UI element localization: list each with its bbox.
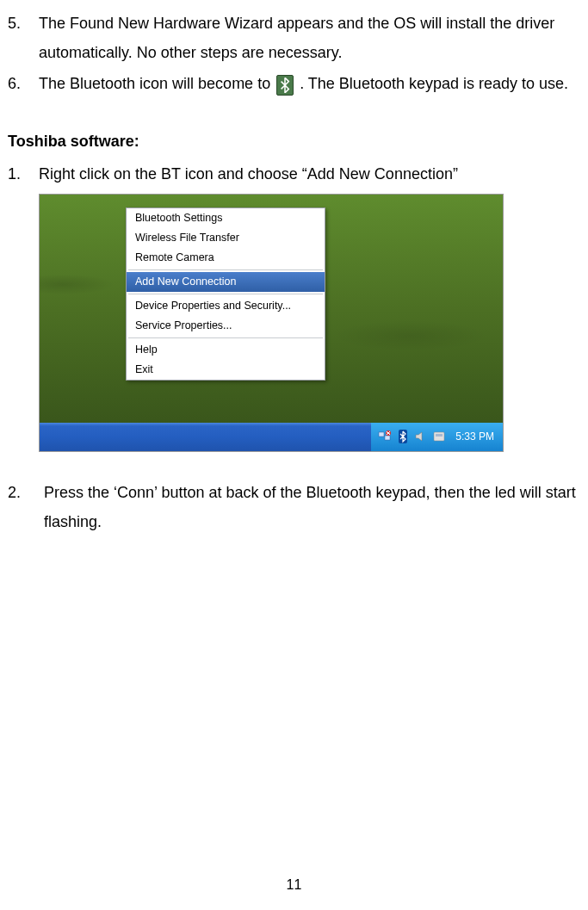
spacer [4, 457, 578, 478]
menu-help[interactable]: Help [127, 340, 325, 360]
menu-service-properties[interactable]: Service Properties... [127, 316, 325, 336]
toshiba-step-1-num: 1. [4, 159, 28, 189]
step-6-text: The Bluetooth icon will become to . The … [28, 69, 578, 98]
menu-bluetooth-settings[interactable]: Bluetooth Settings [127, 208, 325, 228]
toshiba-step-1-text: Right click on the BT icon and choose “A… [28, 159, 578, 189]
volume-icon[interactable] [414, 430, 428, 443]
toshiba-step-2: 2. Press the ‘Conn’ button at back of th… [4, 478, 578, 536]
bluetooth-tray-icon[interactable] [396, 430, 410, 443]
toshiba-step-1: 1. Right click on the BT icon and choose… [4, 159, 578, 189]
step-5-text: The Found New Hardware Wizard appears an… [28, 9, 578, 67]
menu-separator [128, 337, 323, 338]
system-tray: 5:33 PM [371, 423, 503, 451]
step-5-num: 5. [4, 9, 28, 67]
context-menu-screenshot: Bluetooth Settings Wireless File Transfe… [39, 194, 504, 452]
menu-remote-camera[interactable]: Remote Camera [127, 248, 325, 268]
step-6-num: 6. [4, 69, 28, 98]
page-number: 11 [0, 872, 588, 898]
menu-exit[interactable]: Exit [127, 360, 325, 380]
menu-wireless-file-transfer[interactable]: Wireless File Transfer [127, 228, 325, 248]
tray-misc-icon[interactable] [432, 430, 446, 443]
svg-rect-0 [379, 432, 384, 436]
toshiba-heading: Toshiba software: [4, 127, 578, 156]
toshiba-step-2-text: Press the ‘Conn’ button at back of the B… [28, 478, 578, 536]
bluetooth-context-menu: Bluetooth Settings Wireless File Transfe… [126, 207, 325, 381]
step-5: 5. The Found New Hardware Wizard appears… [4, 9, 578, 67]
step-6-pre: The Bluetooth icon will become to [39, 75, 275, 92]
bluetooth-connected-icon [276, 75, 294, 96]
toshiba-step-2-num: 2. [4, 478, 28, 536]
step-6-post: . The Bluetooth keypad is ready to use. [300, 75, 568, 92]
network-icon[interactable] [378, 430, 392, 443]
svg-rect-1 [385, 436, 390, 440]
menu-device-properties[interactable]: Device Properties and Security... [127, 296, 325, 316]
menu-separator [128, 294, 323, 294]
taskbar: 5:33 PM [40, 423, 503, 451]
step-6: 6. The Bluetooth icon will become to . T… [4, 69, 578, 98]
menu-add-new-connection[interactable]: Add New Connection [127, 272, 325, 292]
menu-separator [128, 269, 323, 270]
svg-rect-7 [436, 434, 443, 436]
taskbar-clock[interactable]: 5:33 PM [455, 427, 494, 447]
